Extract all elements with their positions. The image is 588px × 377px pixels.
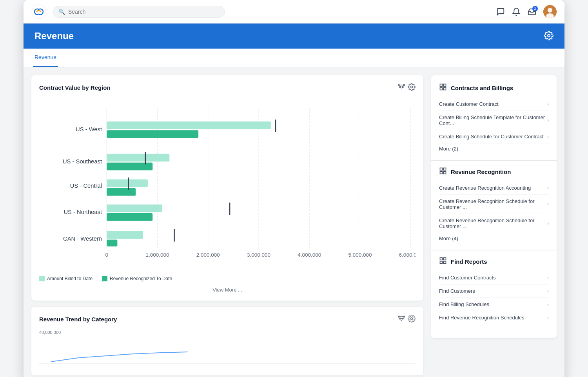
- svg-rect-56: [440, 84, 443, 87]
- svg-point-10: [399, 86, 401, 87]
- chart-settings-button[interactable]: [408, 83, 416, 92]
- svg-rect-25: [107, 121, 270, 129]
- contract-value-chart-card: Contract Value by Region: [31, 75, 423, 301]
- revenue-recognition-icon: [439, 167, 447, 177]
- view-more-button[interactable]: View More ...: [39, 287, 416, 293]
- svg-rect-31: [107, 179, 148, 187]
- legend-recognized: Revenue Recognized To Date: [102, 276, 172, 281]
- search-bar[interactable]: 🔍: [53, 6, 225, 18]
- svg-rect-28: [107, 154, 169, 162]
- billing-schedule-chevron: ›: [547, 134, 549, 140]
- panel-item-rr-schedule-1[interactable]: Create Revenue Recognition Schedule for …: [439, 195, 549, 214]
- chat-icon: [496, 7, 505, 16]
- svg-text:US - Central: US - Central: [70, 183, 102, 189]
- trend-chart-svg: [39, 336, 416, 368]
- panel-section-contracts: Contracts and Billings Create Customer C…: [431, 83, 557, 160]
- avatar[interactable]: [543, 5, 557, 18]
- svg-point-2: [548, 8, 552, 13]
- svg-point-53: [402, 318, 403, 319]
- bar-chart-svg: US - West US - Southeast US - Central US…: [39, 98, 416, 272]
- rr-schedule-2-label: Create Revenue Recognition Schedule for …: [439, 218, 547, 229]
- search-icon: 🔍: [58, 9, 65, 15]
- chart-settings-icon: [408, 83, 416, 91]
- panel-item-find-billing[interactable]: Find Billing Schedules ›: [439, 298, 549, 311]
- svg-rect-34: [107, 205, 162, 212]
- svg-text:0: 0: [105, 252, 109, 258]
- inbox-button[interactable]: 2: [528, 7, 536, 16]
- svg-point-51: [403, 316, 405, 317]
- chart-actions: [397, 83, 416, 92]
- svg-point-11: [402, 86, 403, 87]
- revenue-trend-chart-card: Revenue Trend by Category 40,000,000: [31, 307, 423, 375]
- svg-rect-57: [444, 84, 446, 87]
- svg-rect-65: [444, 258, 446, 260]
- svg-point-12: [411, 86, 413, 88]
- svg-rect-60: [440, 168, 443, 170]
- contracts-section-title: Contracts and Billings: [451, 85, 513, 91]
- notifications-button[interactable]: [512, 7, 521, 16]
- svg-text:2,000,000: 2,000,000: [196, 252, 220, 258]
- create-contract-label: Create Customer Contract: [439, 101, 499, 107]
- svg-point-50: [398, 316, 399, 317]
- svg-point-9: [403, 84, 405, 85]
- workday-logo: [31, 4, 46, 19]
- filter-icon: [397, 83, 405, 91]
- tabs-bar: Revenue: [24, 49, 564, 67]
- panel-item-billing-template[interactable]: Create Billing Schedule Template for Cus…: [439, 111, 549, 130]
- find-billing-label: Find Billing Schedules: [439, 301, 489, 307]
- svg-point-8: [398, 84, 399, 85]
- trend-settings-button[interactable]: [408, 315, 416, 324]
- inbox-badge: 2: [532, 6, 538, 11]
- svg-rect-59: [444, 88, 446, 90]
- chat-button[interactable]: [496, 7, 505, 16]
- panel-item-create-contract[interactable]: Create Customer Contract ›: [439, 98, 549, 111]
- svg-text:1,000,000: 1,000,000: [145, 252, 169, 258]
- panel-item-billing-schedule[interactable]: Create Billing Schedule for Customer Con…: [439, 130, 549, 143]
- revenue-recognition-header: Revenue Recognition: [439, 167, 549, 177]
- svg-point-0: [32, 5, 46, 19]
- revenue-recognition-title: Revenue Recognition: [451, 169, 511, 175]
- page-header: Revenue: [24, 24, 564, 49]
- contract-value-chart-title: Contract Value by Region: [39, 84, 111, 91]
- rr-more[interactable]: More (4): [439, 233, 549, 244]
- legend-billed: Amount Billed to Date: [39, 276, 93, 281]
- svg-text:CAN - Western: CAN - Western: [63, 236, 102, 242]
- chart-filter-button[interactable]: [397, 83, 405, 92]
- svg-rect-26: [107, 130, 198, 138]
- trend-filter-icon: [397, 315, 405, 323]
- page-settings-button[interactable]: [544, 31, 554, 42]
- search-input[interactable]: [68, 9, 219, 15]
- contracts-more[interactable]: More (2): [439, 143, 549, 154]
- find-customers-chevron: ›: [547, 288, 549, 294]
- find-contracts-label: Find Customer Contracts: [439, 275, 496, 281]
- revenue-trend-title: Revenue Trend by Category: [39, 316, 117, 323]
- nav-icons: 2: [496, 5, 557, 18]
- chart-header: Contract Value by Region: [39, 83, 416, 92]
- trend-filter-button[interactable]: [397, 315, 405, 324]
- panel-item-find-customers[interactable]: Find Customers ›: [439, 285, 549, 298]
- panel-item-find-rr-schedules[interactable]: Find Revenue Recognition Schedules ›: [439, 311, 549, 324]
- find-contracts-chevron: ›: [547, 275, 549, 281]
- panel-item-rr-schedule-2[interactable]: Create Revenue Recognition Schedule for …: [439, 214, 549, 233]
- tab-revenue[interactable]: Revenue: [33, 49, 58, 67]
- chart-legend: Amount Billed to Date Revenue Recognized…: [39, 276, 416, 281]
- contracts-section-icon: [439, 83, 447, 93]
- panel-section-find-reports: Find Reports Find Customer Contracts › F…: [431, 250, 557, 330]
- panel-item-find-contracts[interactable]: Find Customer Contracts ›: [439, 271, 549, 285]
- rr-schedule-1-chevron: ›: [547, 201, 549, 207]
- create-contract-chevron: ›: [547, 102, 549, 107]
- svg-rect-64: [440, 258, 443, 260]
- logo-area: [31, 4, 46, 19]
- charts-area: Contract Value by Region: [31, 75, 423, 375]
- contracts-section-header: Contracts and Billings: [439, 83, 549, 93]
- svg-rect-67: [444, 261, 446, 264]
- find-reports-header: Find Reports: [439, 257, 549, 266]
- svg-rect-32: [107, 188, 136, 196]
- page-title: Revenue: [34, 31, 74, 42]
- panel-section-revenue-recognition: Revenue Recognition Create Revenue Recog…: [431, 160, 557, 250]
- rr-schedule-1-label: Create Revenue Recognition Schedule for …: [439, 198, 547, 210]
- svg-point-54: [411, 318, 413, 320]
- panel-item-rr-accounting[interactable]: Create Revenue Recognition Accounting ›: [439, 181, 549, 195]
- revenue-trend-actions: [397, 315, 416, 324]
- svg-rect-66: [440, 261, 443, 264]
